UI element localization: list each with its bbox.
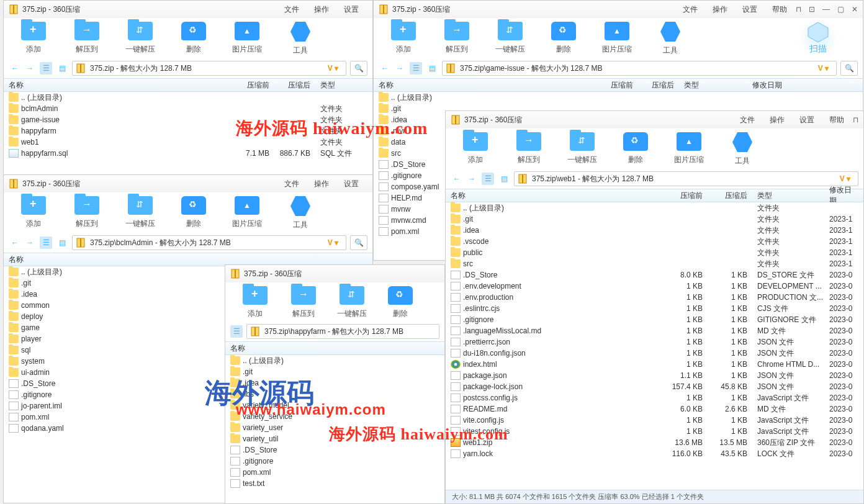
address-input[interactable]: 375.zip\web1 - 解包大小为 128.7 MB V ▾ — [514, 171, 858, 186]
col-name[interactable]: 名称 — [225, 343, 436, 354]
tools-button[interactable]: 工具 — [283, 22, 318, 56]
address-input[interactable]: 375.zip\happyfarm - 解包大小为 128.7 MB — [246, 324, 439, 339]
list-item[interactable]: variety_user — [225, 422, 444, 433]
add-button[interactable]: 添加 — [16, 22, 51, 55]
col-after[interactable]: 压缩后 — [708, 191, 752, 201]
list-item[interactable]: .DS_Store — [225, 444, 444, 456]
list-item[interactable]: .idea文件夹2023-1 — [446, 225, 863, 236]
col-after[interactable]: 压缩后 — [274, 80, 315, 91]
list-item[interactable]: variety_service — [225, 411, 444, 422]
image-compress-button[interactable]: 图片压缩 — [672, 132, 706, 165]
list-item[interactable]: postcss.config.js1 KB1 KBJavaScript 文件20… — [446, 392, 863, 403]
list-item[interactable]: variety_model — [225, 400, 444, 411]
menu-file[interactable]: 文件 — [734, 114, 761, 127]
feedback-icon[interactable]: ⊡ — [809, 5, 815, 14]
add-button[interactable]: 添加 — [386, 22, 421, 55]
extract-to-button[interactable]: 解压到 — [70, 22, 104, 55]
image-compress-button[interactable]: 图片压缩 — [230, 196, 264, 229]
list-item[interactable]: happyfarm.sql7.1 MB886.7 KBSQL 文件 — [4, 148, 372, 159]
delete-button[interactable]: 删除 — [618, 132, 653, 165]
list-item[interactable]: package.json1.1 KB1 KBJSON 文件2023-0 — [446, 370, 863, 381]
col-before[interactable]: 压缩前 — [663, 191, 708, 201]
menu-file[interactable]: 文件 — [278, 3, 305, 16]
tools-button[interactable]: 工具 — [653, 22, 688, 56]
search-button[interactable]: 🔍 — [350, 235, 367, 250]
nav-forward-button[interactable]: → — [24, 62, 36, 74]
menu-file[interactable]: 文件 — [278, 178, 305, 191]
add-button[interactable]: 添加 — [238, 286, 272, 319]
pin-icon[interactable]: ⊓ — [796, 5, 801, 14]
col-before[interactable]: 压缩前 — [597, 80, 638, 91]
menu-operation[interactable]: 操作 — [308, 178, 335, 191]
view-list-icon[interactable]: ☰ — [230, 325, 243, 338]
menu-settings[interactable]: 设置 — [338, 178, 365, 191]
add-button[interactable]: 添加 — [458, 132, 493, 165]
list-item[interactable]: vite.config.js1 KB1 KBJavaScript 文件2023-… — [446, 415, 863, 426]
version-dropdown[interactable]: V ▾ — [324, 238, 342, 247]
list-item[interactable]: .gitignore1 KB1 KBGITIGNORE 文件2023-0 — [446, 314, 863, 325]
col-name[interactable]: 名称 — [446, 191, 663, 201]
list-item[interactable]: web1文件夹 — [4, 137, 372, 148]
list-item[interactable]: .prettierrc.json1 KB1 KBJSON 文件2023-0 — [446, 336, 863, 348]
col-type[interactable]: 类型 — [679, 80, 747, 91]
extract-to-button[interactable]: 解压到 — [70, 196, 104, 229]
add-button[interactable]: 添加 — [16, 196, 51, 229]
image-compress-button[interactable]: 图片压缩 — [600, 22, 634, 55]
image-compress-button[interactable]: 图片压缩 — [230, 22, 264, 55]
version-dropdown[interactable]: V ▾ — [814, 64, 832, 73]
extract-to-button[interactable]: 解压到 — [439, 22, 474, 55]
tools-button[interactable]: 工具 — [725, 132, 760, 166]
address-input[interactable]: 375.zip - 解包大小为 128.7 MB V ▾ — [72, 61, 346, 76]
list-item[interactable]: test.txt — [225, 478, 444, 489]
list-item[interactable]: .idea — [225, 377, 444, 389]
view-list-icon[interactable]: ☰ — [482, 173, 494, 185]
scan-button[interactable]: 扫描 — [798, 19, 838, 56]
close-button[interactable]: ✕ — [852, 5, 858, 14]
one-click-extract-button[interactable]: 一键解压 — [493, 22, 528, 55]
view-details-icon[interactable]: ▤ — [426, 62, 438, 74]
list-item[interactable]: .env.development1 KB1 KBDEVELOPMENT ...2… — [446, 281, 863, 292]
list-item[interactable]: .languageMissLocal.md1 KB1 KBMD 文件2023-0 — [446, 325, 863, 336]
list-item[interactable]: .eslintrc.cjs1 KB1 KBCJS 文件2023-0 — [446, 303, 863, 314]
view-details-icon[interactable]: ▤ — [56, 236, 68, 249]
pin-icon[interactable]: ⊓ — [853, 115, 858, 124]
list-item[interactable]: index.html1 KB1 KBChrome HTML D...2023-0 — [446, 359, 863, 370]
col-type[interactable]: 类型 — [752, 191, 824, 201]
list-item[interactable]: .git文件夹2023-1 — [446, 214, 863, 225]
minimize-button[interactable]: — — [822, 5, 830, 14]
list-item[interactable]: libs — [225, 389, 444, 400]
list-item[interactable]: variety_util — [225, 433, 444, 444]
list-item[interactable]: .git — [225, 366, 444, 377]
tools-button[interactable]: 工具 — [283, 196, 318, 230]
col-before[interactable]: 压缩前 — [233, 80, 274, 91]
view-list-icon[interactable]: ☰ — [40, 236, 52, 249]
menu-file[interactable]: 文件 — [677, 3, 704, 16]
list-item[interactable]: .DS_Store8.0 KB1 KBDS_STORE 文件2023-0 — [446, 269, 863, 281]
view-details-icon[interactable]: ▤ — [498, 173, 510, 185]
list-item[interactable]: game-issue文件夹 — [4, 114, 372, 125]
list-item[interactable]: vitest.config.js1 KB1 KBJavaScript 文件202… — [446, 426, 863, 437]
search-button[interactable]: 🔍 — [840, 61, 858, 76]
menu-settings[interactable]: 设置 — [338, 3, 365, 16]
menu-help[interactable]: 帮助 — [823, 114, 850, 127]
nav-back-button[interactable]: ← — [451, 173, 463, 185]
one-click-extract-button[interactable]: 一键解压 — [335, 286, 369, 319]
list-item[interactable]: src文件夹2023-1 — [446, 258, 863, 269]
col-type[interactable]: 类型 — [315, 80, 365, 91]
one-click-extract-button[interactable]: 一键解压 — [123, 22, 158, 55]
list-item[interactable]: README.md6.0 KB2.6 KBMD 文件2023-0 — [446, 403, 863, 415]
one-click-extract-button[interactable]: 一键解压 — [565, 132, 600, 165]
extract-to-button[interactable]: 解压到 — [511, 132, 546, 165]
nav-forward-button[interactable]: → — [24, 236, 36, 249]
nav-forward-button[interactable]: → — [394, 62, 406, 74]
col-after[interactable]: 压缩后 — [638, 80, 679, 91]
address-input[interactable]: 375.zip\bclmAdmin - 解包大小为 128.7 MB V ▾ — [72, 235, 346, 250]
col-modified[interactable]: 修改日期 — [747, 80, 822, 91]
menu-operation[interactable]: 操作 — [706, 3, 734, 16]
version-dropdown[interactable]: V ▾ — [836, 174, 854, 183]
col-name[interactable]: 名称 — [4, 254, 227, 265]
version-dropdown[interactable]: V ▾ — [324, 64, 342, 73]
menu-operation[interactable]: 操作 — [308, 3, 335, 16]
view-details-icon[interactable]: ▤ — [56, 62, 68, 74]
extract-to-button[interactable]: 解压到 — [286, 286, 321, 319]
